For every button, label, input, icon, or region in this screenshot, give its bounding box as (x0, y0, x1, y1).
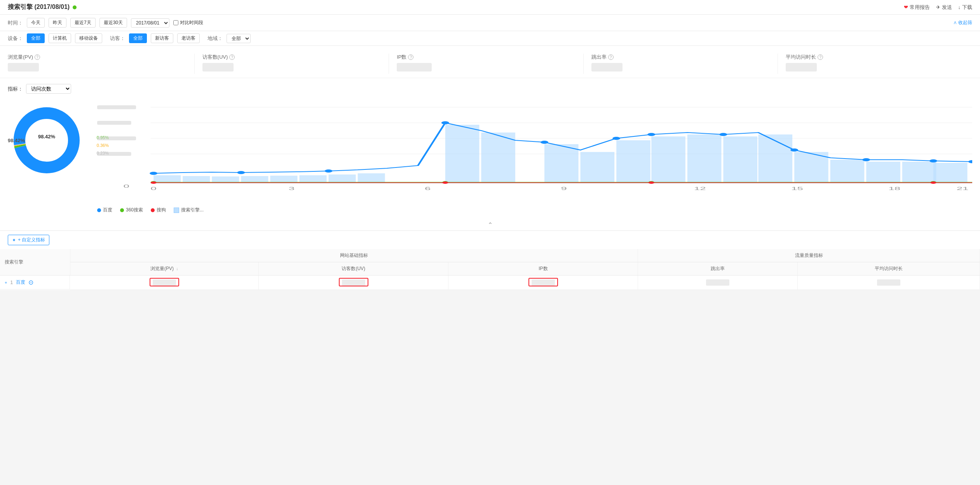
metric-uv-label: 访客数(UV) ? (202, 54, 381, 61)
send-btn[interactable]: ✈ 发送 (936, 4, 952, 11)
svg-point-55 (649, 181, 654, 184)
collapse-btn[interactable]: ∧ 收起筛 (953, 19, 972, 26)
metric-pv: 浏览量(PV) ? (8, 54, 195, 74)
visitor-btn-old[interactable]: 老访客 (177, 33, 200, 43)
row-pv (70, 276, 259, 290)
row-avgtime (798, 276, 980, 290)
svg-text:21: 21 (957, 186, 969, 191)
svg-rect-33 (830, 160, 865, 183)
collapse-arrow[interactable]: ⌃ (0, 219, 980, 230)
svg-text:6: 6 (425, 186, 431, 191)
visitor-btn-new[interactable]: 新访客 (151, 33, 173, 43)
date-picker[interactable]: 2017/08/01 (131, 18, 169, 28)
indicator-label: 指标： (8, 85, 23, 92)
svg-text:9: 9 (561, 186, 567, 191)
svg-rect-30 (723, 136, 757, 183)
metrics-row: 浏览量(PV) ? 访客数(UV) ? IP数 ? (0, 46, 980, 78)
time-label: 时间： (8, 19, 23, 26)
svg-rect-25 (544, 144, 579, 183)
svg-point-45 (790, 148, 798, 152)
svg-text:98.42%: 98.42% (38, 134, 56, 140)
metric-uv: 访客数(UV) ? (195, 54, 389, 74)
metric-ip-value (397, 63, 575, 74)
svg-text:3: 3 (289, 186, 295, 191)
download-icon: ↓ (958, 4, 961, 10)
compare-check-input[interactable] (173, 20, 178, 25)
avgtime-info-icon[interactable]: ? (818, 54, 823, 60)
svg-rect-8 (97, 152, 131, 156)
svg-point-47 (929, 159, 937, 162)
pv-sort-icon[interactable]: ↓ (176, 266, 178, 271)
svg-rect-34 (866, 162, 900, 183)
pv-red-box (150, 278, 179, 286)
custom-indicator-btn[interactable]: ✦ + 自定义指标 (8, 235, 49, 245)
th-uv: 访客数(UV) (259, 262, 448, 276)
time-btn-7days[interactable]: 最近7天 (70, 18, 96, 28)
row-bounce (638, 276, 798, 290)
metric-avgtime-value (786, 63, 964, 74)
metric-ip: IP数 ? (389, 54, 584, 74)
svg-point-42 (612, 137, 620, 140)
row-expand-icon[interactable]: + (5, 280, 7, 285)
th-ip: IP数 (448, 262, 638, 276)
svg-text:18: 18 (889, 186, 901, 191)
row-engine: + 1 百度 ⊙ (0, 276, 70, 290)
legend-total-bar (174, 208, 179, 213)
top-bar: 搜索引擎 (2017/08/01) ❤ 常用报告 ✈ 发送 ↓ 下载 (0, 0, 980, 15)
indicator-row: 指标： 访问次数 浏览量(PV) 访客数(UV) (8, 84, 972, 94)
visitor-label: 访客： (110, 35, 125, 42)
uv-red-box (339, 278, 368, 286)
download-btn[interactable]: ↓ 下载 (958, 4, 973, 11)
region-label: 地域： (208, 35, 223, 42)
baidu-detail-icon[interactable]: ⊙ (28, 279, 33, 286)
svg-rect-21 (329, 174, 356, 183)
bounce-info-icon[interactable]: ? (608, 54, 614, 60)
uv-blur-val (342, 279, 365, 286)
compare-label: 对比时间段 (180, 19, 203, 26)
svg-rect-27 (616, 140, 650, 183)
svg-text:15: 15 (791, 186, 803, 191)
table-section: ✦ + 自定义指标 搜索引擎 网站基础指标 流量质量指标 (0, 230, 980, 290)
metric-pv-label: 浏览量(PV) ? (8, 54, 187, 61)
pv-info-icon[interactable]: ? (35, 54, 40, 60)
svg-rect-29 (687, 134, 722, 183)
th-engine: 搜索引擎 (0, 249, 70, 276)
row-ip (448, 276, 638, 290)
chart-container: 98.42% 98.42% 0.95% 0.36% 0.23% (8, 101, 972, 213)
svg-rect-15 (153, 175, 181, 183)
indicator-select[interactable]: 访问次数 浏览量(PV) 访客数(UV) (26, 84, 71, 94)
heart-icon: ❤ (904, 4, 908, 10)
time-btn-30days[interactable]: 最近30天 (99, 18, 127, 28)
svg-rect-31 (759, 134, 793, 183)
chart-legend: 百度 360搜索 搜狗 搜索引擎... (97, 207, 972, 213)
bounce-blur-val (706, 279, 729, 286)
time-btn-yesterday[interactable]: 昨天 (49, 18, 66, 28)
svg-rect-35 (902, 162, 936, 183)
main-content: 浏览量(PV) ? 访客数(UV) ? IP数 ? (0, 46, 980, 290)
metric-uv-value (202, 63, 381, 74)
region-select[interactable]: 全部 (227, 34, 251, 43)
favorite-btn[interactable]: ❤ 常用报告 (904, 4, 930, 11)
device-btn-all[interactable]: 全部 (27, 33, 45, 43)
svg-rect-23 (445, 125, 480, 183)
th-avgtime: 平均访问时长 (798, 262, 980, 276)
compare-checkbox[interactable]: 对比时间段 (173, 19, 203, 26)
title-text: 搜索引擎 (2017/08/01) (8, 3, 70, 11)
ip-info-icon[interactable]: ? (408, 54, 413, 60)
metric-ip-label: IP数 ? (397, 54, 575, 61)
th-bounce: 跳出率 (638, 262, 798, 276)
svg-point-40 (441, 121, 449, 124)
device-btn-pc[interactable]: 计算机 (49, 33, 71, 43)
uv-info-icon[interactable]: ? (229, 54, 235, 60)
time-btn-today[interactable]: 今天 (27, 18, 45, 28)
visitor-btn-all[interactable]: 全部 (129, 33, 147, 43)
svg-point-39 (325, 169, 333, 173)
svg-point-53 (151, 181, 157, 184)
svg-rect-20 (299, 175, 326, 183)
row-baidu-link[interactable]: 百度 (16, 279, 25, 286)
svg-rect-22 (358, 173, 385, 183)
svg-point-43 (647, 133, 655, 136)
legend-sogou-dot (151, 208, 155, 212)
svg-point-54 (442, 181, 448, 184)
device-btn-mobile[interactable]: 移动设备 (75, 33, 102, 43)
